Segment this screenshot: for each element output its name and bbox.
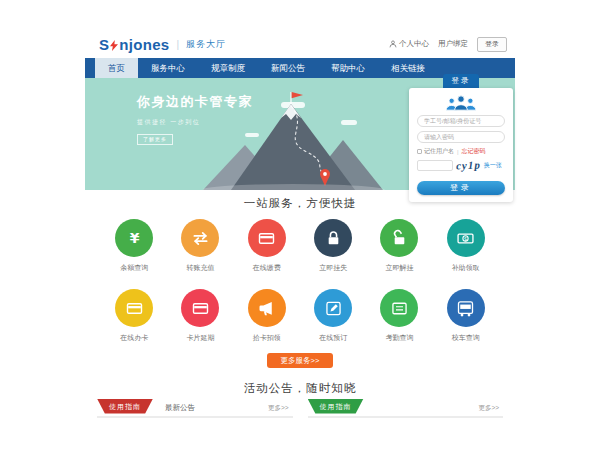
bus-icon bbox=[455, 298, 476, 319]
site-name: 服务大厅 bbox=[186, 38, 226, 51]
edit-icon bbox=[323, 298, 344, 319]
password-input[interactable] bbox=[417, 131, 505, 143]
service-circle bbox=[314, 219, 352, 257]
service-circle bbox=[380, 289, 418, 327]
banknote-icon: $ bbox=[455, 228, 476, 249]
service-label: 立即挂失 bbox=[300, 263, 366, 273]
service-item[interactable]: 在线缴费 bbox=[234, 219, 300, 273]
captcha-refresh-link[interactable]: 换一张 bbox=[484, 161, 502, 170]
remember-separator: | bbox=[457, 149, 459, 155]
hero-cta-button[interactable]: 了解更多 bbox=[137, 134, 173, 145]
megaphone-icon bbox=[256, 298, 277, 319]
announcements-right-column: 使用指南 更多>> bbox=[308, 400, 504, 418]
logo-text-start: S bbox=[99, 36, 109, 53]
ribbon-left[interactable]: 使用指南 bbox=[97, 399, 153, 414]
service-label: 在线预订 bbox=[300, 333, 366, 343]
logo-divider: | bbox=[176, 39, 179, 50]
service-label: 补助领取 bbox=[433, 263, 499, 273]
services-grid: ¥余额查询转账充值在线缴费立即挂失立即解挂$补助领取在线办卡卡片延期拾卡招领在线… bbox=[85, 219, 515, 359]
service-circle: $ bbox=[447, 219, 485, 257]
nav-item[interactable]: 新闻公告 bbox=[258, 58, 318, 78]
nav-item[interactable]: 帮助中心 bbox=[318, 58, 378, 78]
users-icon bbox=[444, 94, 478, 111]
login-form: 记住用户名 | 忘记密码 cy1p 换一张 登录 bbox=[409, 88, 513, 202]
svg-text:¥: ¥ bbox=[129, 230, 139, 246]
service-label: 转账充值 bbox=[167, 263, 233, 273]
card-icon bbox=[124, 298, 145, 319]
service-item[interactable]: 校车查询 bbox=[433, 289, 499, 343]
service-item[interactable]: 考勤查询 bbox=[366, 289, 432, 343]
service-circle bbox=[380, 219, 418, 257]
header: S njones | 服务大厅 个人中心 用户绑定 登录 bbox=[85, 30, 515, 58]
screenshot-canvas: S njones | 服务大厅 个人中心 用户绑定 登录 首页服务中心规 bbox=[0, 0, 600, 450]
more-services-button[interactable]: 更多服务>> bbox=[267, 353, 333, 368]
personal-center-label: 个人中心 bbox=[399, 39, 429, 49]
service-item[interactable]: 在线办卡 bbox=[101, 289, 167, 343]
remember-row: 记住用户名 | 忘记密码 bbox=[417, 147, 505, 156]
nav-item[interactable]: 服务中心 bbox=[138, 58, 198, 78]
service-item[interactable]: 立即解挂 bbox=[366, 219, 432, 273]
user-binding-label: 用户绑定 bbox=[438, 39, 468, 49]
latest-announcements-tab[interactable]: 最新公告 bbox=[165, 403, 195, 413]
service-circle bbox=[115, 289, 153, 327]
logo-bolt-icon bbox=[110, 38, 118, 51]
more-link-right[interactable]: 更多>> bbox=[478, 404, 503, 413]
list-icon bbox=[389, 298, 410, 319]
personal-center-link[interactable]: 个人中心 bbox=[389, 39, 429, 49]
yuan-icon: ¥ bbox=[124, 228, 145, 249]
services-section: 一站服务，方便快捷 ¥余额查询转账充值在线缴费立即挂失立即解挂$补助领取在线办卡… bbox=[85, 190, 515, 368]
announcements-tabs: 使用指南 最新公告 更多>> 使用指南 更多>> bbox=[85, 400, 515, 418]
announcements-left-column: 使用指南 最新公告 更多>> bbox=[97, 400, 293, 418]
logo-text-end: njones bbox=[119, 36, 169, 53]
hero-text: 你身边的卡管专家 提供捷径 一步到位 了解更多 bbox=[137, 93, 253, 145]
service-circle bbox=[248, 289, 286, 327]
captcha-image: cy1p bbox=[456, 159, 481, 172]
logo: S njones | 服务大厅 bbox=[99, 36, 226, 53]
service-item[interactable]: 卡片延期 bbox=[167, 289, 233, 343]
captcha-row: cy1p 换一张 bbox=[417, 159, 505, 171]
person-icon bbox=[389, 40, 397, 48]
more-link-left[interactable]: 更多>> bbox=[268, 404, 293, 413]
lock-icon bbox=[323, 228, 344, 249]
header-login-button[interactable]: 登录 bbox=[477, 37, 507, 52]
service-circle bbox=[447, 289, 485, 327]
login-panel: 登录 记住用户名 | bbox=[409, 74, 513, 202]
service-item[interactable]: 在线预订 bbox=[300, 289, 366, 343]
service-item[interactable]: 拾卡招领 bbox=[234, 289, 300, 343]
nav-item[interactable]: 规章制度 bbox=[198, 58, 258, 78]
service-circle bbox=[248, 219, 286, 257]
announcements-section: 活动公告，随时知晓 使用指南 最新公告 更多>> 使用指南 更多>> bbox=[85, 381, 515, 418]
hero-title: 你身边的卡管专家 bbox=[137, 93, 253, 111]
service-item[interactable]: 立即挂失 bbox=[300, 219, 366, 273]
service-label: 卡片延期 bbox=[167, 333, 233, 343]
forgot-password-link[interactable]: 忘记密码 bbox=[462, 147, 486, 156]
hero-subtitle: 提供捷径 一步到位 bbox=[137, 118, 253, 127]
announcements-title: 活动公告，随时知晓 bbox=[85, 381, 515, 396]
svg-text:$: $ bbox=[464, 235, 468, 241]
remember-checkbox[interactable] bbox=[417, 149, 422, 154]
captcha-input[interactable] bbox=[417, 160, 453, 171]
service-item[interactable]: $补助领取 bbox=[433, 219, 499, 273]
service-circle: ¥ bbox=[115, 219, 153, 257]
login-submit-button[interactable]: 登录 bbox=[417, 181, 505, 195]
service-circle bbox=[314, 289, 352, 327]
service-label: 拾卡招领 bbox=[234, 333, 300, 343]
username-input[interactable] bbox=[417, 115, 505, 127]
service-label: 余额查询 bbox=[101, 263, 167, 273]
login-tab[interactable]: 登录 bbox=[443, 74, 479, 88]
header-links: 个人中心 用户绑定 登录 bbox=[389, 37, 507, 52]
transfer-icon bbox=[190, 228, 211, 249]
ribbon-right[interactable]: 使用指南 bbox=[308, 399, 364, 414]
service-item[interactable]: 转账充值 bbox=[167, 219, 233, 273]
card-icon bbox=[256, 228, 277, 249]
service-label: 立即解挂 bbox=[366, 263, 432, 273]
service-label: 校车查询 bbox=[433, 333, 499, 343]
card-icon bbox=[190, 298, 211, 319]
service-label: 在线缴费 bbox=[234, 263, 300, 273]
service-circle bbox=[181, 219, 219, 257]
user-binding-link[interactable]: 用户绑定 bbox=[438, 39, 468, 49]
service-item[interactable]: ¥余额查询 bbox=[101, 219, 167, 273]
nav-item[interactable]: 首页 bbox=[95, 58, 138, 78]
service-label: 考勤查询 bbox=[366, 333, 432, 343]
service-label: 在线办卡 bbox=[101, 333, 167, 343]
